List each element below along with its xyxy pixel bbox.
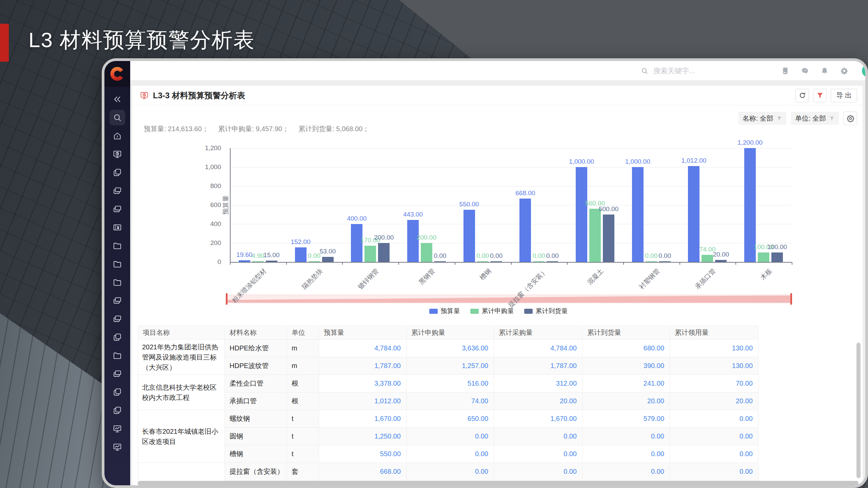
sidebar-item-monitor-pie-3[interactable]	[104, 145, 130, 163]
chart-legend: 预算量累计申购量累计到货量	[132, 307, 863, 316]
sidebar-item-windows-6[interactable]	[104, 200, 130, 218]
value-cell: 0.00	[670, 428, 758, 445]
chart: 预算量 预算量累计申购量累计到货量 02004006008001,0001,20…	[132, 143, 863, 327]
table-row: 槽钢t550.000.000.000.000.00	[138, 445, 758, 463]
gear-icon[interactable]	[840, 67, 848, 75]
vertical-scrollbar[interactable]	[856, 343, 861, 478]
sidebar-item-windows-15[interactable]	[104, 365, 130, 383]
chat-icon[interactable]	[801, 67, 809, 75]
bar-累计到货量-木板	[771, 252, 783, 262]
sidebar-item-search-1[interactable]	[104, 108, 130, 127]
copy-icon	[113, 168, 122, 177]
gridline	[230, 243, 792, 243]
name-filter-chip[interactable]: 名称: 全部	[738, 112, 786, 125]
bar-预算量-粉末喷涂铝型材	[239, 260, 250, 262]
table-row: 圆钢t1,250.000.000.000.000.00	[138, 428, 758, 445]
bar-value-label: 400.00	[347, 215, 367, 222]
horizontal-scrollbar[interactable]	[138, 481, 859, 485]
search-input[interactable]	[653, 66, 725, 75]
sidebar-item-windows-5[interactable]	[104, 182, 130, 200]
gear-icon	[847, 115, 854, 122]
value-cell: 0.00	[583, 428, 670, 445]
unit-filter-chip[interactable]: 单位: 全部	[791, 112, 839, 125]
filter-funnel-icon	[816, 92, 824, 99]
page-title: L3 材料预算预警分析表	[28, 26, 255, 54]
sidebar-item-windows-11[interactable]	[104, 291, 130, 310]
sidebar-item-folder-8[interactable]	[104, 237, 130, 255]
sidebar-item-monitor-chart-19[interactable]	[104, 438, 130, 456]
title-accent-bar	[0, 24, 9, 62]
export-button[interactable]: 导 出	[831, 89, 857, 102]
refresh-button[interactable]	[795, 89, 809, 102]
value-cell: 20.00	[494, 392, 583, 410]
bar-value-label: 15.00	[263, 251, 280, 259]
sidebar-item-copy-16[interactable]	[104, 383, 130, 401]
table-row: 北京信息科技大学老校区校内大市政工程柔性企口管根3,378.00516.0031…	[138, 375, 758, 392]
sidebar-item-copy-13[interactable]	[104, 328, 130, 346]
bar-value-label: 0.00	[645, 252, 657, 260]
bell-icon[interactable]	[821, 67, 829, 75]
sidebar-item-folder-9[interactable]	[104, 255, 130, 273]
y-axis-line	[230, 148, 231, 262]
book-icon[interactable]	[781, 67, 789, 75]
sidebar-item-copy-4[interactable]	[104, 163, 130, 182]
app-logo[interactable]	[104, 61, 130, 87]
value-cell: 0.00	[494, 463, 583, 481]
value-cell: 0.00	[494, 428, 583, 445]
table-row: 承插口管根1,012.0074.0020.0020.0020.00	[138, 392, 758, 410]
report-actions: 导 出	[795, 89, 857, 102]
bar-value-label: 0.00	[533, 252, 545, 260]
bar-累计到货量-槽钢	[491, 261, 502, 262]
report-card: L3-3 材料预算预警分析表 导 出 名称: 全部	[132, 86, 863, 485]
legend-item-累计到货量[interactable]: 累计到货量	[524, 307, 568, 316]
unit-filter-label: 单位: 全部	[795, 114, 826, 123]
sidebar-item-copy-17[interactable]	[104, 401, 130, 420]
bar-累计申购量-提拉窗（含安装）	[533, 261, 545, 262]
value-cell: 0.00	[670, 445, 758, 463]
sidebar-item-windows-12[interactable]	[104, 310, 130, 328]
funnel-icon	[776, 116, 782, 121]
sidebar-item-ticket-7[interactable]	[104, 218, 130, 237]
x-axis-tick-mark	[230, 262, 231, 265]
x-axis-label: 隔热垫块	[300, 267, 324, 291]
x-axis-tick-mark	[511, 262, 512, 265]
value-cell: 1,787.00	[319, 357, 407, 375]
bar-value-label: 0.00	[658, 252, 671, 260]
column-header: 单位	[287, 326, 319, 340]
legend-item-累计申购量[interactable]: 累计申购量	[470, 307, 514, 316]
project-cell: 2021年热力集团老旧供热管网及设施改造项目三标（大兴区）	[138, 340, 225, 375]
sidebar-item-folder-14[interactable]	[104, 346, 130, 365]
value-cell: 241.00	[583, 375, 670, 392]
table-row: 2021年热力集团老旧供热管网及设施改造项目三标（大兴区）HDPE给水管m4,7…	[138, 340, 758, 357]
bar-预算量-槽钢	[463, 210, 475, 262]
sidebar-item-home-2[interactable]	[104, 127, 130, 145]
x-axis-label: 混凝土	[586, 267, 606, 287]
table-row: 长春市2021年城镇老旧小区改造项目螺纹钢t1,670.00650.001,67…	[138, 410, 758, 428]
y-axis-tick: 400	[187, 220, 221, 228]
bar-value-label: 19.60	[236, 251, 253, 259]
sidebar-item-monitor-chart-18[interactable]	[104, 420, 130, 438]
sidebar-item-folder-10[interactable]	[104, 273, 130, 291]
bar-预算量-提拉窗（含安装）	[519, 199, 531, 262]
project-cell: 长春市2021年城镇老旧小区改造项目	[138, 410, 225, 463]
copy-icon	[113, 332, 122, 342]
global-search[interactable]	[640, 66, 725, 75]
bar-value-label: 4.90	[252, 252, 264, 260]
bar-value-label: 0.00	[546, 252, 559, 260]
budget-table: 项目名称材料名称单位预算量累计申购量累计采购量累计到货量累计领用量 2021年热…	[138, 326, 758, 485]
legend-item-预算量[interactable]: 预算量	[429, 307, 460, 316]
value-cell: 4,784.00	[494, 340, 583, 357]
sidebar-item-collapse-0[interactable]	[104, 90, 130, 108]
column-header: 累计采购量	[494, 326, 583, 340]
value-cell: 516.00	[407, 375, 494, 392]
bar-value-label: 1,012.00	[681, 157, 706, 164]
material-cell: HDPE波纹管	[225, 357, 287, 375]
report-chart-icon	[140, 91, 149, 100]
bar-累计申购量-镀锌钢管	[364, 246, 376, 262]
value-cell: 1,257.00	[407, 357, 494, 375]
filter-button[interactable]	[813, 89, 827, 102]
legend-label: 累计到货量	[536, 307, 568, 316]
funnel-icon	[829, 116, 835, 121]
column-settings-button[interactable]	[844, 111, 857, 125]
table-row: 提拉窗（含安装）套668.000.000.000.000.00	[138, 463, 758, 481]
